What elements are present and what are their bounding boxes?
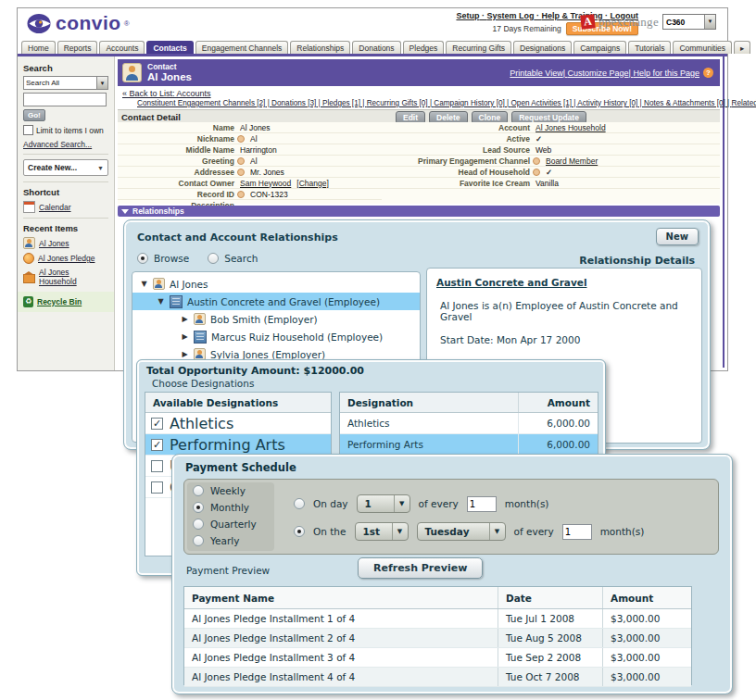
radio-selected-icon[interactable]	[137, 253, 148, 264]
ordinal-select[interactable]: 1st ▼	[355, 522, 409, 541]
related-link[interactable]: Notes & Attachments [0]	[637, 99, 725, 107]
tab-communities[interactable]: Communities	[673, 41, 732, 54]
printable-view-link[interactable]: Printable View	[510, 69, 562, 78]
engagement-channel-link[interactable]: Board Member	[540, 156, 598, 166]
recent-al-jones-link[interactable]: Al Jones	[39, 239, 69, 248]
radio-icon[interactable]	[193, 485, 204, 496]
dropdown-arrow-icon[interactable]: ▼	[96, 77, 107, 89]
related-link[interactable]: Pledges [1]	[316, 99, 360, 107]
tab-donations[interactable]: Donations	[352, 41, 400, 54]
refresh-preview-button[interactable]: Refresh Preview	[358, 557, 483, 579]
browse-radio-option[interactable]: Browse	[137, 253, 189, 264]
search-scope-select[interactable]: Search All ▼	[23, 76, 108, 90]
month-interval-input[interactable]	[467, 496, 497, 512]
tab-relationships[interactable]: Relationships	[290, 41, 350, 54]
weekday-select[interactable]: Tuesday ▼	[417, 522, 506, 541]
recent-items-title: Recent Items	[23, 223, 108, 233]
tree-item-marcus-ruiz[interactable]: ▶ Marcus Ruiz Household (Employee)	[132, 328, 420, 345]
tab-tutorials[interactable]: Tutorials	[628, 41, 671, 54]
create-new-select[interactable]: Create New... ▼	[23, 159, 108, 176]
tab-recurring-gifts[interactable]: Recurring Gifts	[446, 41, 511, 54]
checkbox-icon[interactable]	[151, 460, 163, 472]
tab-accounts[interactable]: Accounts	[99, 41, 145, 54]
go-button[interactable]: Go!	[23, 109, 45, 121]
on-day-radio[interactable]	[294, 498, 305, 509]
amount-column-header: Amount	[518, 393, 598, 412]
expanded-arrow-icon[interactable]: ▼	[140, 280, 148, 288]
checkbox-checked-icon[interactable]: ✓	[151, 439, 163, 451]
frequency-weekly[interactable]: Weekly	[187, 482, 274, 499]
designation-option-performing-arts[interactable]: ✓ Performing Arts	[145, 434, 331, 456]
change-owner-link[interactable]: [Change]	[291, 179, 329, 188]
system-log-link[interactable]: System Log	[479, 11, 534, 20]
tree-item-al-jones[interactable]: ▼ Al Jones	[132, 275, 420, 293]
tab-campaigns[interactable]: Campaigns	[573, 41, 626, 54]
tree-item-bob-smith[interactable]: ▶ Bob Smith (Employer)	[132, 310, 420, 328]
payment-preview-table: Payment Name Date Amount Al Jones Pledge…	[183, 586, 692, 685]
recent-household-link[interactable]: Al Jones Household	[39, 268, 108, 286]
recent-item: Al Jones Pledge	[23, 253, 108, 264]
household-icon	[23, 274, 35, 283]
checkbox-icon[interactable]	[151, 481, 163, 494]
info-icon	[237, 157, 245, 165]
help-for-page-link[interactable]: Help for this Page	[629, 69, 699, 78]
search-radio-option[interactable]: Search	[208, 253, 258, 264]
recent-pledge-link[interactable]: Al Jones Pledge	[38, 254, 94, 263]
radio-selected-icon[interactable]	[193, 502, 204, 513]
info-icon	[533, 169, 540, 176]
related-link[interactable]: Open Activities [1]	[505, 99, 572, 107]
collapsed-arrow-icon[interactable]: ▶	[181, 332, 189, 341]
tab-contacts[interactable]: Contacts	[146, 41, 193, 54]
radio-icon[interactable]	[193, 519, 204, 530]
radio-icon[interactable]	[208, 253, 219, 264]
customize-page-link[interactable]: Customize Page	[563, 69, 629, 78]
related-link[interactable]: Constituent Engagement Channels [2]	[137, 99, 265, 107]
related-link[interactable]: Recurring Gifts [0]	[360, 99, 428, 107]
advanced-search-link[interactable]: Advanced Search...	[23, 140, 92, 149]
frequency-yearly[interactable]: Yearly	[187, 532, 274, 549]
related-link[interactable]: Donations [3]	[265, 99, 316, 107]
amount-cell: $3,000.00	[602, 629, 691, 647]
tab-more[interactable]: ▸	[734, 41, 750, 54]
calendar-link[interactable]: Calendar	[39, 203, 71, 212]
days-remaining-text: 17 Days Remaining	[493, 24, 561, 33]
collapsed-arrow-icon[interactable]: ▶	[181, 315, 189, 323]
frequency-monthly[interactable]: Monthly	[187, 499, 274, 516]
recycle-bin-link[interactable]: Recycle Bin	[37, 297, 82, 306]
related-link[interactable]: Related Addresses [2]	[725, 99, 756, 107]
month-interval-input[interactable]	[562, 524, 592, 540]
tab-home[interactable]: Home	[21, 41, 56, 54]
tab-pledges[interactable]: Pledges	[403, 41, 445, 54]
divider	[23, 181, 108, 182]
detail-row: Name Al Jones	[118, 122, 382, 133]
designation-option-athletics[interactable]: ✓ Athletics	[145, 413, 331, 434]
relationships-section-bar[interactable]: Relationships	[118, 206, 720, 217]
limit-checkbox[interactable]	[23, 125, 33, 135]
related-link[interactable]: Activity History [0]	[572, 99, 637, 107]
back-to-list-link[interactable]: « Back to List: Accounts	[122, 89, 211, 98]
tab-designations[interactable]: Designations	[513, 41, 572, 54]
day-select[interactable]: 1 ▼	[357, 494, 410, 513]
new-button[interactable]: New	[656, 228, 699, 245]
table-row[interactable]: Athletics 6,000.00	[340, 413, 598, 434]
setup-link[interactable]: Setup	[456, 11, 479, 20]
account-link[interactable]: Al Jones Household	[530, 123, 606, 132]
payment-name-header: Payment Name	[184, 587, 498, 608]
help-icon[interactable]: ?	[703, 68, 713, 78]
table-row[interactable]: Performing Arts 6,000.00	[340, 434, 598, 456]
frequency-quarterly[interactable]: Quarterly	[187, 516, 274, 532]
tab-reports[interactable]: Reports	[57, 41, 98, 54]
contact-owner-link[interactable]: Sam Heywood	[234, 179, 291, 188]
expanded-arrow-icon[interactable]: ▼	[157, 297, 165, 306]
tree-item-austin-concrete[interactable]: ▼ Austin Concrete and Gravel (Employee)	[132, 293, 420, 310]
checkbox-checked-icon[interactable]: ✓	[151, 418, 163, 430]
appexchange-select[interactable]: C360 ▼	[662, 14, 716, 30]
on-the-radio[interactable]	[294, 526, 305, 537]
collapsed-arrow-icon[interactable]: ▶	[181, 350, 189, 358]
dropdown-arrow-icon[interactable]: ▼	[704, 15, 715, 29]
relationship-title-link[interactable]: Austin Concrete and Gravel	[436, 277, 692, 288]
radio-icon[interactable]	[193, 535, 204, 546]
related-link[interactable]: Campaign History [0]	[428, 99, 505, 107]
tab-engagement-channels[interactable]: Engagement Channels	[195, 41, 288, 54]
search-input[interactable]	[23, 93, 107, 106]
